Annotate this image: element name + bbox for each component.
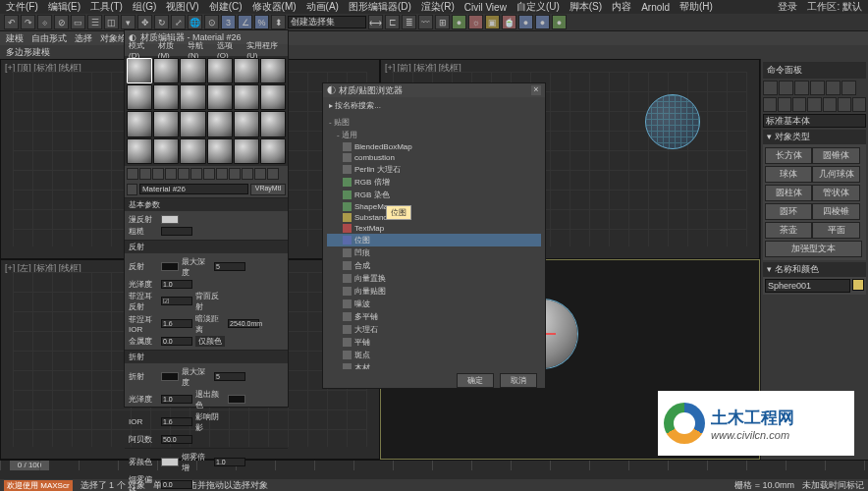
material-type-button[interactable]: VRayMtl [250, 184, 286, 195]
percent-snap-icon[interactable]: % [254, 15, 269, 29]
map-item[interactable]: 向量置换 [327, 272, 541, 285]
me-menu-opt[interactable]: 选项(O) [217, 40, 241, 60]
mat-slot[interactable] [207, 111, 233, 136]
refl-header[interactable]: 反射 [125, 241, 288, 253]
textplus-button[interactable]: 加强型文本 [765, 241, 862, 257]
spinner-snap-icon[interactable]: ⬍ [271, 15, 286, 29]
me-tool-icon[interactable] [178, 168, 190, 180]
menu-custom[interactable]: 自定义(U) [516, 0, 560, 14]
map-item[interactable]: combustion [327, 152, 541, 163]
me-menu-nav[interactable]: 导航(N) [188, 40, 211, 60]
basic-params-header[interactable]: 基本参数 [125, 198, 288, 211]
mat-slot[interactable] [153, 58, 179, 83]
c-icon[interactable]: ● [552, 15, 567, 29]
mat-slot[interactable] [180, 58, 205, 83]
map-item[interactable]: 多平铺 [327, 310, 541, 323]
mat-slot[interactable] [260, 58, 286, 83]
mat-slot[interactable] [153, 84, 179, 110]
login-link[interactable]: 登录 [778, 0, 797, 14]
obj-type-header[interactable]: ▾ 对象类型 [763, 130, 866, 144]
me-tool-icon[interactable] [139, 168, 151, 180]
object-name-input[interactable] [765, 279, 850, 293]
mat-slot[interactable] [127, 138, 152, 164]
pick-icon[interactable] [127, 184, 137, 195]
space-icon[interactable] [838, 97, 851, 112]
menu-content[interactable]: 内容 [612, 0, 631, 14]
map-item[interactable]: ShapeMap [327, 201, 541, 212]
render-frame-icon[interactable]: ▣ [485, 15, 500, 29]
mat-slot[interactable] [180, 111, 205, 136]
rough-spinner[interactable] [161, 227, 192, 236]
mat-slot[interactable] [234, 111, 259, 136]
mirror-icon[interactable]: ⟷ [368, 15, 383, 29]
select-icon[interactable]: ▭ [71, 15, 85, 29]
abbe-spinner[interactable]: 50.0 [161, 435, 192, 444]
me-menu-mat[interactable]: 材质(M) [158, 40, 183, 60]
cancel-button[interactable]: 取消 [500, 373, 537, 388]
map-item[interactable]: 大理石 [327, 323, 541, 336]
name-color-header[interactable]: ▾ 名称和颜色 [763, 262, 866, 277]
menu-graph[interactable]: 图形编辑器(D) [349, 0, 411, 14]
plane-button[interactable]: 平面 [812, 222, 859, 239]
torus-button[interactable]: 圆环 [765, 203, 812, 220]
material-editor-icon[interactable]: ● [452, 15, 466, 29]
refr-swatch[interactable] [161, 372, 179, 381]
geom-icon[interactable] [763, 97, 777, 112]
move-icon[interactable]: ✥ [137, 15, 152, 29]
angle-snap-icon[interactable]: ∠ [238, 15, 252, 29]
cat-maps[interactable]: - 贴图 [327, 116, 541, 129]
filter-icon[interactable]: ▾ [121, 15, 136, 29]
map-item[interactable]: Perlin 大理石 [327, 163, 541, 176]
menu-file[interactable]: 文件(F) [6, 0, 38, 14]
fogbias-spinner[interactable]: 0.0 [161, 480, 192, 489]
scale-icon[interactable]: ⤢ [171, 15, 186, 29]
menu-tools[interactable]: 工具(T) [90, 0, 123, 14]
mat-slot[interactable] [127, 111, 152, 136]
map-item[interactable]: 斑点 [327, 349, 541, 361]
color-swatch[interactable] [852, 279, 864, 291]
light-icon[interactable] [792, 97, 806, 112]
mat-slot[interactable] [127, 84, 152, 110]
me-tool-icon[interactable] [229, 168, 241, 180]
map-item[interactable]: BlendedBoxMap [327, 141, 541, 152]
unlink-icon[interactable]: ⊘ [54, 15, 69, 29]
mat-slot[interactable] [234, 58, 259, 83]
render-setup-icon[interactable]: ☼ [468, 15, 483, 29]
tab-utility-icon[interactable] [841, 81, 856, 95]
map-item[interactable]: RGB 染色 [327, 189, 541, 201]
me-tool-icon[interactable] [242, 168, 253, 180]
mat-slot[interactable] [180, 84, 205, 110]
mat-slot[interactable] [260, 111, 286, 136]
shape-icon[interactable] [778, 97, 791, 112]
menu-group[interactable]: 组(G) [133, 0, 156, 14]
me-tool-icon[interactable] [190, 168, 202, 180]
me-menu-util[interactable]: 实用程序(U) [246, 40, 284, 60]
curve-editor-icon[interactable]: 〰 [418, 15, 433, 29]
workspace-combo[interactable]: 工作区: 默认 [807, 0, 862, 14]
map-item[interactable]: RGB 倍增 [327, 176, 541, 189]
box-button[interactable]: 长方体 [765, 147, 812, 164]
pivot-icon[interactable]: ⊙ [204, 15, 219, 29]
mat-slot-1[interactable] [127, 58, 152, 83]
browser-titlebar[interactable]: ◐ 材质/贴图浏览器 × [323, 83, 545, 97]
me-tool-icon[interactable] [165, 168, 177, 180]
me-tool-icon[interactable] [152, 168, 164, 180]
menu-edit[interactable]: 编辑(E) [48, 0, 81, 14]
map-item[interactable]: Substance [327, 212, 541, 223]
render-icon[interactable]: 🍵 [502, 15, 516, 29]
tube-button[interactable]: 管状体 [812, 185, 859, 201]
pyramid-button[interactable]: 四棱锥 [812, 203, 859, 220]
material-name-input[interactable] [139, 184, 248, 194]
mat-slot[interactable] [234, 138, 259, 164]
menu-modifier[interactable]: 修改器(M) [252, 0, 297, 14]
timetag-status[interactable]: 未加载时间标记 [802, 479, 864, 492]
ok-button[interactable]: 确定 [457, 373, 494, 388]
category-combo[interactable] [763, 114, 866, 128]
tab-modify-icon[interactable] [779, 81, 793, 95]
me-tool-icon[interactable] [254, 168, 266, 180]
undo-icon[interactable]: ↶ [4, 15, 19, 29]
selection-set-combo[interactable] [288, 16, 366, 28]
align-icon[interactable]: ⊏ [385, 15, 400, 29]
map-item[interactable]: TextMap [327, 223, 541, 234]
mat-slot[interactable] [153, 111, 179, 136]
